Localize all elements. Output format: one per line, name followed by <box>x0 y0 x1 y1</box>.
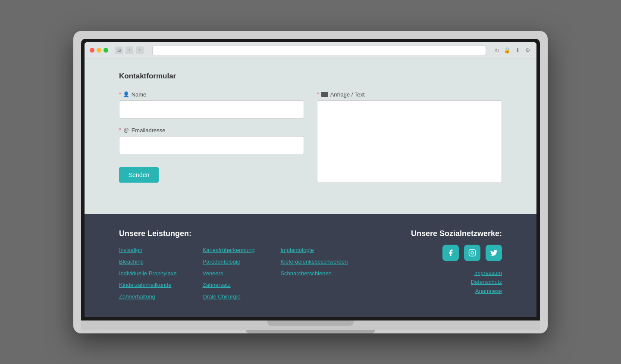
name-label-text: Name <box>132 91 147 98</box>
link-kariesfrueherkennung[interactable]: Kariesfrüherkennung <box>203 247 255 253</box>
laptop-base <box>81 320 540 330</box>
download-icon: ⬇ <box>514 47 521 54</box>
screen-bezel: ⊡ ‹ › 🔒 ⬇ ⚙ Kontaktformular <box>81 39 540 320</box>
leistungen-title: Unsere Leistungen: <box>119 229 348 238</box>
instagram-icon[interactable] <box>464 245 480 261</box>
email-label-text: Emailadresse <box>132 127 166 134</box>
footer-meta-links: Impressum Datenschutz Anamnese <box>411 270 502 294</box>
maximize-button[interactable] <box>104 48 108 53</box>
footer-section: Unsere Leistungen: Invisalign Bleaching … <box>85 214 536 317</box>
svg-rect-0 <box>469 249 476 256</box>
refresh-icon[interactable] <box>495 47 499 54</box>
email-field-group: * @ Emailadresse <box>119 127 304 154</box>
forward-button[interactable]: › <box>136 47 144 54</box>
form-right: * Anfrage / Text <box>317 91 502 193</box>
browser-right-icons: 🔒 ⬇ ⚙ <box>504 47 531 54</box>
message-field-group: * Anfrage / Text <box>317 91 502 184</box>
email-icon: @ <box>123 127 129 133</box>
message-textarea[interactable] <box>317 100 502 182</box>
email-input[interactable] <box>119 136 304 154</box>
form-left: * 👤 Name * @ Emailadresse <box>119 91 304 193</box>
link-veneers[interactable]: Veneers <box>203 270 255 277</box>
link-datenschutz[interactable]: Datenschutz <box>471 279 502 285</box>
contact-section: Kontaktformular * 👤 Name <box>85 59 536 214</box>
name-required-star: * <box>119 91 121 97</box>
browser-navigation: ⊡ ‹ › <box>115 47 144 54</box>
name-field-group: * 👤 Name <box>119 91 304 118</box>
back-button[interactable]: ‹ <box>125 47 133 54</box>
footer-col-2: Kariesfrüherkennung Parodontologie Venee… <box>203 247 255 300</box>
laptop-stand <box>267 320 354 326</box>
browser-window: ⊡ ‹ › 🔒 ⬇ ⚙ Kontaktformular <box>85 42 536 317</box>
link-orale-chirurgie[interactable]: Orale Chirurgie <box>203 293 255 300</box>
link-zahnersatz[interactable]: Zahnersatz <box>203 282 255 288</box>
message-required-star: * <box>317 91 319 97</box>
footer-links-grid: Invisalign Bleaching Individuelle Prophy… <box>119 247 348 300</box>
send-button[interactable]: Senden <box>119 167 159 183</box>
email-label: * @ Emailadresse <box>119 127 304 134</box>
link-implantologie[interactable]: Implantologie <box>280 247 348 253</box>
link-anamnese[interactable]: Anamnese <box>475 288 502 294</box>
laptop-foot <box>246 330 375 333</box>
name-input[interactable] <box>119 100 304 118</box>
laptop-frame: ⊡ ‹ › 🔒 ⬇ ⚙ Kontaktformular <box>73 31 548 333</box>
link-kinderzahnheilkunde[interactable]: Kinderzahnheilkunde <box>119 282 177 288</box>
footer-col-1: Invisalign Bleaching Individuelle Prophy… <box>119 247 177 300</box>
name-label: * 👤 Name <box>119 91 304 98</box>
form-layout: * 👤 Name * @ Emailadresse <box>119 91 502 193</box>
browser-chrome: ⊡ ‹ › 🔒 ⬇ ⚙ <box>85 42 536 59</box>
link-parodontologie[interactable]: Parodontologie <box>203 258 255 265</box>
footer-col-3: Implantologie Kiefergelenksbeschwerden S… <box>280 247 348 300</box>
close-button[interactable] <box>90 48 94 53</box>
link-zahnerhaltung[interactable]: Zahnerhaltung <box>119 293 177 300</box>
minimize-button[interactable] <box>97 48 101 53</box>
message-label-text: Anfrage / Text <box>330 91 365 98</box>
link-impressum[interactable]: Impressum <box>474 270 502 276</box>
link-bleaching[interactable]: Bleaching <box>119 258 177 265</box>
view-mode-icon[interactable]: ⊡ <box>115 47 123 54</box>
facebook-icon[interactable] <box>442 245 459 261</box>
text-icon <box>321 92 328 97</box>
sozialnetzwerke-title: Unsere Sozialnetzwerke: <box>411 229 502 238</box>
link-invisalign[interactable]: Invisalign <box>119 247 177 253</box>
settings-icon: ⚙ <box>524 47 531 54</box>
email-required-star: * <box>119 127 121 133</box>
security-icon: 🔒 <box>504 47 511 54</box>
message-label: * Anfrage / Text <box>317 91 502 98</box>
link-schnarcherschienen[interactable]: Schnarcherschienen <box>280 270 348 277</box>
leistungen-block: Unsere Leistungen: Invisalign Bleaching … <box>119 229 348 300</box>
person-icon: 👤 <box>123 91 129 97</box>
address-bar[interactable] <box>152 46 486 55</box>
link-individuelle-prophylaxe[interactable]: Individuelle Prophylaxe <box>119 270 177 277</box>
page-content: Kontaktformular * 👤 Name <box>85 59 536 317</box>
traffic-lights <box>90 48 108 53</box>
social-icons <box>411 245 502 261</box>
footer-top: Unsere Leistungen: Invisalign Bleaching … <box>119 229 502 300</box>
sozialnetzwerke-block: Unsere Sozialnetzwerke: <box>411 229 502 294</box>
link-kiefergelenksbeschwerden[interactable]: Kiefergelenksbeschwerden <box>280 258 348 265</box>
form-title: Kontaktformular <box>119 72 502 81</box>
twitter-icon[interactable] <box>486 245 502 261</box>
